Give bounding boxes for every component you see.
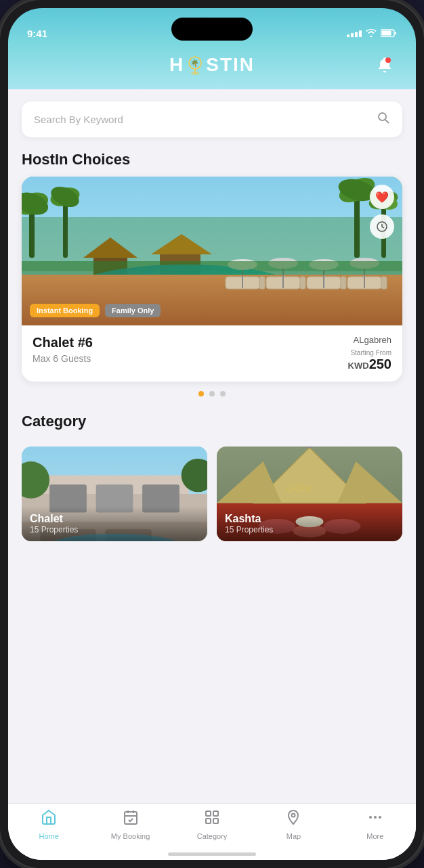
svg-point-82 xyxy=(292,814,295,817)
card-price-label: Starting From xyxy=(348,349,391,357)
home-icon xyxy=(41,809,57,829)
nav-map-label: Map xyxy=(287,832,301,840)
nav-booking-label: My Booking xyxy=(111,832,150,840)
svg-point-84 xyxy=(374,816,377,819)
dot-1[interactable] xyxy=(198,391,204,396)
category-icon xyxy=(204,809,220,829)
kashta-count: 15 Properties xyxy=(225,525,394,534)
map-icon xyxy=(285,809,301,829)
nav-category[interactable]: Category xyxy=(171,809,253,840)
logo-icon: 🌴 xyxy=(184,54,206,76)
dynamic-island xyxy=(171,18,253,41)
category-card-kashta[interactable]: GOM Kashta 15 Properties xyxy=(217,447,402,541)
svg-rect-80 xyxy=(206,819,211,823)
search-bar[interactable]: Search By Keyword xyxy=(22,101,402,137)
nav-more[interactable]: More xyxy=(335,809,416,840)
featured-section-title: HostIn Choices xyxy=(8,145,416,177)
logo-stin: STIN xyxy=(206,54,255,76)
svg-rect-2 xyxy=(395,32,396,35)
card-location: ALgabreh xyxy=(348,335,391,345)
clock-button[interactable] xyxy=(370,214,394,239)
featured-card[interactable]: Instant Booking Family Only ❤️ xyxy=(22,177,402,382)
chalet-overlay: Chalet 15 Properties xyxy=(22,506,207,541)
card-right: ALgabreh Starting From KWD250 xyxy=(348,335,391,372)
featured-section: Instant Booking Family Only ❤️ xyxy=(8,177,416,402)
svg-point-85 xyxy=(379,816,381,819)
nav-home[interactable]: Home xyxy=(8,809,89,840)
chalet-count: 15 Properties xyxy=(30,525,199,534)
notification-button[interactable] xyxy=(373,53,397,77)
card-badges: Instant Booking Family Only xyxy=(30,304,161,317)
carousel-dots xyxy=(22,382,402,402)
chalet-name: Chalet xyxy=(30,513,199,525)
svg-rect-39 xyxy=(381,277,387,289)
battery-icon xyxy=(381,28,397,39)
wifi-icon xyxy=(366,28,377,39)
card-actions: ❤️ xyxy=(370,185,394,239)
category-section-title: Category xyxy=(22,407,402,438)
nav-more-label: More xyxy=(366,832,383,840)
svg-rect-79 xyxy=(213,811,218,816)
nav-category-label: Category xyxy=(197,832,228,840)
svg-rect-33 xyxy=(259,277,265,289)
instant-booking-badge: Instant Booking xyxy=(30,304,100,317)
status-time: 9:41 xyxy=(27,28,47,39)
svg-point-83 xyxy=(369,816,372,819)
family-only-badge: Family Only xyxy=(105,304,161,317)
card-left: Chalet #6 Max 6 Guests xyxy=(33,335,93,364)
app-header: H 🌴 STIN xyxy=(8,45,416,89)
nav-booking[interactable]: My Booking xyxy=(89,809,171,840)
nav-home-label: Home xyxy=(39,832,59,840)
category-card-chalet[interactable]: Chalet 15 Properties xyxy=(22,447,207,541)
svg-rect-1 xyxy=(382,31,391,36)
card-image: Instant Booking Family Only ❤️ xyxy=(22,177,402,325)
app-logo: H 🌴 STIN xyxy=(169,54,255,76)
favorite-button[interactable]: ❤️ xyxy=(370,185,394,209)
svg-text:🌴: 🌴 xyxy=(190,59,200,68)
kashta-overlay: Kashta 15 Properties xyxy=(217,506,402,541)
svg-rect-78 xyxy=(206,811,211,816)
card-subtitle: Max 6 Guests xyxy=(33,353,93,364)
search-input[interactable]: Search By Keyword xyxy=(34,114,123,125)
bottom-nav: Home My Booking xyxy=(8,803,416,860)
home-indicator xyxy=(168,852,256,856)
search-section: Search By Keyword xyxy=(8,89,416,145)
kashta-name: Kashta xyxy=(225,513,394,525)
main-content: Search By Keyword HostIn Choices xyxy=(8,89,416,860)
card-price: KWD250 xyxy=(348,357,391,372)
dot-2[interactable] xyxy=(209,391,215,396)
booking-icon xyxy=(123,809,139,829)
card-title: Chalet #6 xyxy=(33,335,93,350)
search-icon[interactable] xyxy=(377,111,390,128)
category-section: Category xyxy=(8,402,416,541)
category-grid: Chalet 15 Properties xyxy=(22,447,402,541)
svg-rect-48 xyxy=(22,261,402,275)
card-currency: KWD xyxy=(348,361,369,371)
svg-line-9 xyxy=(385,120,389,123)
more-icon xyxy=(367,809,383,829)
svg-rect-37 xyxy=(341,277,346,289)
logo-h: H xyxy=(169,54,184,76)
svg-text:GOM: GOM xyxy=(287,482,311,494)
nav-map[interactable]: Map xyxy=(253,809,334,840)
card-info: Chalet #6 Max 6 Guests ALgabreh Starting… xyxy=(22,325,402,382)
svg-rect-81 xyxy=(213,819,218,823)
svg-point-8 xyxy=(379,113,386,120)
svg-rect-74 xyxy=(125,812,137,824)
status-icons xyxy=(347,28,397,39)
signal-icon xyxy=(347,30,362,37)
dot-3[interactable] xyxy=(220,391,226,396)
svg-point-7 xyxy=(385,58,391,63)
svg-rect-35 xyxy=(300,277,305,289)
